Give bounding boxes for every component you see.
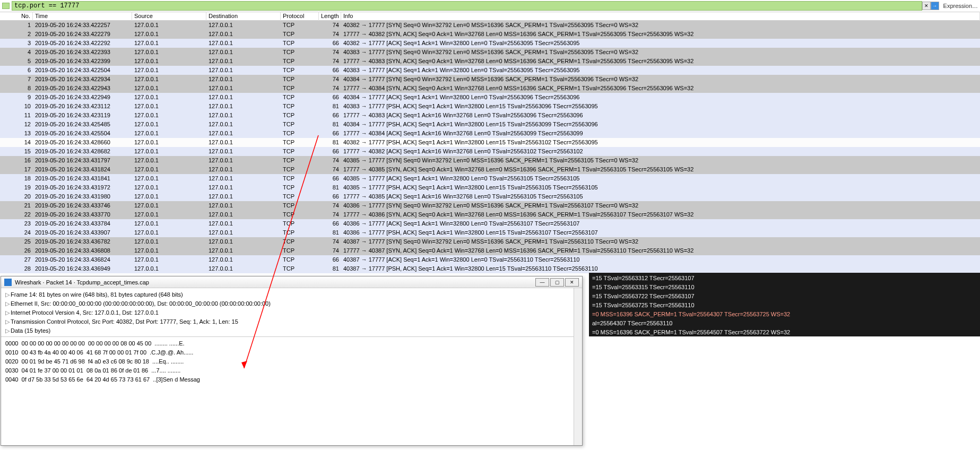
table-row[interactable]: 172019-05-20 16:24:33.431824127.0.0.1127…: [0, 165, 980, 174]
dialog-scrollbar[interactable]: [574, 288, 582, 445]
hex-row[interactable]: 0030 04 01 fe 37 00 00 01 01 08 0a 01 86…: [5, 366, 578, 375]
table-row[interactable]: 192019-05-20 16:24:33.431972127.0.0.1127…: [0, 183, 980, 192]
table-row[interactable]: 32019-05-20 16:24:33.422292127.0.0.1127.…: [0, 39, 980, 48]
col-info[interactable]: Info: [341, 12, 980, 21]
display-filter-input[interactable]: [12, 1, 922, 11]
table-row[interactable]: 162019-05-20 16:24:33.431797127.0.0.1127…: [0, 156, 980, 165]
col-time[interactable]: Time: [33, 12, 132, 21]
table-row[interactable]: 142019-05-20 16:24:33.428660127.0.0.1127…: [0, 138, 980, 147]
table-row[interactable]: 122019-05-20 16:24:33.425485127.0.0.1127…: [0, 120, 980, 129]
packet-tree[interactable]: ▷Frame 14: 81 bytes on wire (648 bits), …: [1, 288, 582, 337]
table-row[interactable]: 272019-05-20 16:24:33.436824127.0.0.1127…: [0, 255, 980, 264]
hex-row[interactable]: 0040 0f d7 5b 33 5d 53 65 6e 64 20 4d 65…: [5, 375, 578, 384]
tree-item[interactable]: ▷Frame 14: 81 bytes on wire (648 bits), …: [5, 290, 578, 299]
tree-item[interactable]: ▷Transmission Control Protocol, Src Port…: [5, 317, 578, 326]
table-row[interactable]: 182019-05-20 16:24:33.431841127.0.0.1127…: [0, 174, 980, 183]
hex-row[interactable]: 0010 00 43 fb 4a 40 00 40 06 41 68 7f 00…: [5, 348, 578, 357]
expand-icon[interactable]: ▷: [5, 291, 10, 298]
table-row[interactable]: 52019-05-20 16:24:33.422399127.0.0.1127.…: [0, 57, 980, 66]
col-no[interactable]: No.: [0, 12, 33, 21]
expression-button[interactable]: Expression…: [943, 3, 978, 9]
packet-list-header: No. Time Source Destination Protocol Len…: [0, 12, 980, 21]
packet-detail-dialog: Wireshark · Packet 14 · Tcpdump_accept_t…: [1, 276, 583, 446]
table-row[interactable]: 202019-05-20 16:24:33.431980127.0.0.1127…: [0, 192, 980, 201]
table-row[interactable]: 72019-05-20 16:24:33.422934127.0.0.1127.…: [0, 75, 980, 84]
expand-icon[interactable]: ▷: [5, 300, 10, 307]
apply-filter-button[interactable]: →: [931, 2, 939, 10]
close-button[interactable]: ✕: [565, 278, 579, 287]
table-row[interactable]: 282019-05-20 16:24:33.436949127.0.0.1127…: [0, 264, 980, 273]
col-src[interactable]: Source: [132, 12, 206, 21]
tree-item[interactable]: ▷Data (15 bytes): [5, 326, 578, 335]
table-row[interactable]: 42019-05-20 16:24:33.422393127.0.0.1127.…: [0, 48, 980, 57]
table-row[interactable]: 212019-05-20 16:24:33.433746127.0.0.1127…: [0, 201, 980, 210]
dialog-title: Wireshark · Packet 14 · Tcpdump_accept_t…: [15, 279, 149, 285]
minimize-button[interactable]: —: [535, 278, 549, 287]
col-dst[interactable]: Destination: [206, 12, 281, 21]
expand-icon[interactable]: ▷: [5, 318, 10, 325]
bookmark-icon[interactable]: [2, 3, 10, 9]
col-proto[interactable]: Protocol: [281, 12, 319, 21]
table-row[interactable]: 82019-05-20 16:24:33.422943127.0.0.1127.…: [0, 84, 980, 93]
table-row[interactable]: 252019-05-20 16:24:33.436782127.0.0.1127…: [0, 237, 980, 246]
table-row[interactable]: 152019-05-20 16:24:33.428682127.0.0.1127…: [0, 147, 980, 156]
tree-item[interactable]: ▷Internet Protocol Version 4, Src: 127.0…: [5, 308, 578, 317]
background-pane: =15 TSval=25563312 TSecr=25563107=15 TSv…: [589, 273, 980, 336]
table-row[interactable]: 92019-05-20 16:24:33.422949127.0.0.1127.…: [0, 93, 980, 102]
clear-filter-button[interactable]: ✕: [922, 2, 931, 10]
table-row[interactable]: 22019-05-20 16:24:33.422279127.0.0.1127.…: [0, 30, 980, 39]
packet-list[interactable]: 12019-05-20 16:24:33.422257127.0.0.1127.…: [0, 21, 980, 281]
table-row[interactable]: 12019-05-20 16:24:33.422257127.0.0.1127.…: [0, 21, 980, 30]
display-filter-bar: ✕ →: [2, 1, 939, 11]
table-row[interactable]: 232019-05-20 16:24:33.433784127.0.0.1127…: [0, 219, 980, 228]
table-row[interactable]: 62019-05-20 16:24:33.422504127.0.0.1127.…: [0, 66, 980, 75]
table-row[interactable]: 102019-05-20 16:24:33.423112127.0.0.1127…: [0, 102, 980, 111]
table-row[interactable]: 222019-05-20 16:24:33.433770127.0.0.1127…: [0, 210, 980, 219]
expand-icon[interactable]: ▷: [5, 309, 10, 316]
hex-row[interactable]: 0000 00 00 00 00 00 00 00 00 00 00 00 00…: [5, 339, 578, 348]
expand-icon[interactable]: ▷: [5, 327, 10, 334]
maximize-button[interactable]: ▢: [550, 278, 564, 287]
table-row[interactable]: 132019-05-20 16:24:33.425504127.0.0.1127…: [0, 129, 980, 138]
col-len[interactable]: Length: [319, 12, 341, 21]
table-row[interactable]: 262019-05-20 16:24:33.436808127.0.0.1127…: [0, 246, 980, 255]
table-row[interactable]: 112019-05-20 16:24:33.423119127.0.0.1127…: [0, 111, 980, 120]
tree-item[interactable]: ▷Ethernet II, Src: 00:00:00_00:00:00 (00…: [5, 299, 578, 308]
hex-dump[interactable]: 0000 00 00 00 00 00 00 00 00 00 00 00 00…: [1, 337, 582, 386]
wireshark-icon: [4, 279, 12, 286]
table-row[interactable]: 242019-05-20 16:24:33.433907127.0.0.1127…: [0, 228, 980, 237]
hex-row[interactable]: 0020 00 01 9d be 45 71 d6 98 f4 a0 e3 c6…: [5, 357, 578, 366]
